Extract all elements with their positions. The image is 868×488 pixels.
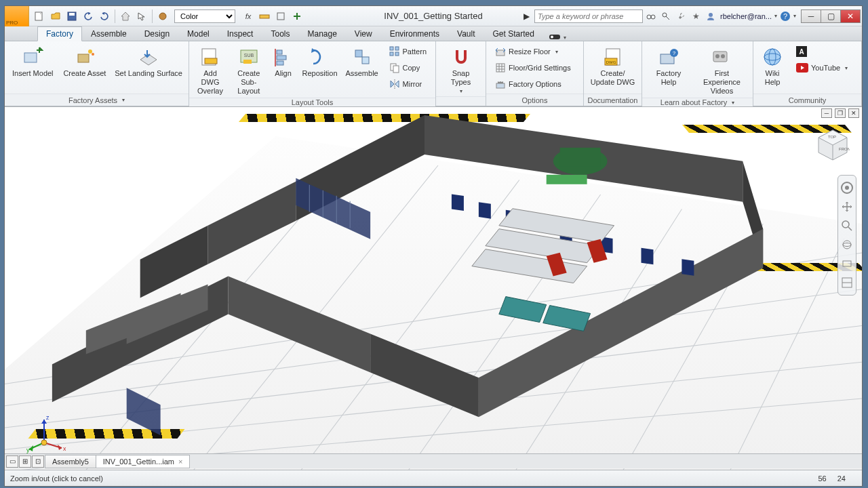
lookat-icon[interactable] <box>840 257 854 270</box>
factory-options-button[interactable]: Factory Options <box>490 77 579 92</box>
search-go-icon[interactable]: ▶ <box>519 9 533 23</box>
doc-tab-inv001[interactable]: INV_001_Gettin...iam× <box>96 455 191 468</box>
tab-tools[interactable]: Tools <box>262 26 298 41</box>
svg-point-13 <box>551 36 553 39</box>
autodesk-link-button[interactable]: A <box>791 44 852 59</box>
appearance-select[interactable]: Color <box>174 9 235 23</box>
first-experience-button[interactable]: First Experience Videos <box>695 44 749 98</box>
key-icon[interactable] <box>659 9 673 23</box>
resize-floor-button[interactable]: Resize Floor <box>490 44 579 59</box>
material-icon[interactable] <box>155 9 170 24</box>
close-button[interactable]: ✕ <box>840 9 861 23</box>
zoom-icon[interactable] <box>840 219 854 232</box>
add-dwg-overlay-button[interactable]: Add DWG Overlay <box>193 44 227 98</box>
close-tab-icon[interactable]: × <box>178 458 182 466</box>
dwg-overlay-icon <box>199 46 221 68</box>
floor-grid-settings-button[interactable]: Floor/Grid Settings <box>490 60 579 75</box>
browser-toggle-icon[interactable]: ▭ <box>6 455 18 468</box>
search-input[interactable] <box>534 9 643 23</box>
svg-rect-28 <box>362 57 369 64</box>
svg-rect-14 <box>24 53 37 62</box>
align-button[interactable]: Align <box>271 44 296 80</box>
panel-title-documentation: Documentation <box>584 94 642 106</box>
user-label[interactable]: rbelcher@ran... <box>719 12 773 20</box>
fx-icon[interactable]: fx <box>241 9 256 23</box>
panel-title-factory-assets[interactable]: Factory Assets <box>5 94 189 106</box>
home-icon[interactable] <box>118 9 133 24</box>
create-update-dwg-button[interactable]: DWG Create/ Update DWG <box>588 44 637 89</box>
redo-icon[interactable] <box>97 9 112 24</box>
tab-inspect[interactable]: Inspect <box>218 26 262 41</box>
wrench-icon[interactable] <box>674 9 688 23</box>
undo-icon[interactable] <box>81 9 96 24</box>
panel-title-learn[interactable]: Learn about Factory <box>642 98 753 106</box>
snap-types-button[interactable]: Snap Types ▾ <box>440 44 481 96</box>
tab-addins-icon[interactable] <box>547 33 562 41</box>
copy-button[interactable]: Copy <box>384 60 431 75</box>
set-landing-surface-button[interactable]: Set Landing Surface <box>113 44 184 80</box>
maximize-button[interactable]: ▢ <box>821 9 841 23</box>
svg-rect-31 <box>390 52 393 56</box>
panel-learn: ? Factory Help First Experience Videos L… <box>642 41 753 106</box>
tab-assemble[interactable]: Assemble <box>82 26 136 41</box>
star-icon[interactable]: ★ <box>689 9 703 23</box>
tab-manage[interactable]: Manage <box>298 26 345 41</box>
svg-rect-80 <box>479 202 491 218</box>
pattern-button[interactable]: Pattern <box>384 44 431 59</box>
svg-point-119 <box>843 241 851 249</box>
orbit-icon[interactable] <box>840 238 854 251</box>
constraint-icon[interactable] <box>273 9 288 23</box>
user-icon[interactable] <box>704 9 717 23</box>
tab-design[interactable]: Design <box>136 26 178 41</box>
tab-view[interactable]: View <box>346 26 381 41</box>
assemble-button[interactable]: Assemble <box>344 44 380 80</box>
viewport-restore-icon[interactable]: ❐ <box>835 108 846 118</box>
open-icon[interactable] <box>48 9 63 24</box>
binoculars-icon[interactable] <box>644 9 658 23</box>
app-window: PRO Color fx INV_001_Getting Started ▶ <box>4 5 863 487</box>
mirror-button[interactable]: Mirror <box>384 77 431 92</box>
youtube-button[interactable]: YouTube <box>791 60 852 75</box>
tab-vault[interactable]: Vault <box>448 26 484 41</box>
fullnav-icon[interactable] <box>840 276 854 289</box>
viewport-3d[interactable]: ─ ❐ ✕ <box>5 106 862 486</box>
svg-point-3 <box>159 13 166 20</box>
viewport-minimize-icon[interactable]: ─ <box>821 108 832 118</box>
reposition-button[interactable]: Reposition <box>300 44 340 80</box>
svg-point-51 <box>721 54 725 58</box>
insert-model-button[interactable]: Insert Model <box>9 44 57 80</box>
svg-point-7 <box>651 15 655 19</box>
tab-environments[interactable]: Environments <box>381 26 448 41</box>
tab-model[interactable]: Model <box>178 26 218 41</box>
create-asset-button[interactable]: Create Asset <box>61 44 109 80</box>
measure-icon[interactable] <box>257 9 272 23</box>
help-icon[interactable]: ? <box>778 9 792 23</box>
plus-icon[interactable] <box>290 9 304 23</box>
grid-large-icon[interactable]: ⊡ <box>32 455 44 468</box>
tab-factory[interactable]: Factory <box>37 26 82 41</box>
wiki-help-button[interactable]: Wiki Help <box>757 44 787 89</box>
svg-rect-94 <box>547 175 587 184</box>
pan-icon[interactable] <box>840 200 854 214</box>
svg-rect-36 <box>496 50 505 56</box>
create-sublayout-button[interactable]: SUB Create Sub-Layout <box>231 44 267 98</box>
landing-surface-icon <box>138 46 159 68</box>
scene-3d <box>5 107 862 486</box>
svg-point-50 <box>715 54 719 58</box>
steering-wheel-icon[interactable] <box>840 181 854 195</box>
panel-community: Wiki Help A YouTube Community <box>753 41 862 106</box>
viewport-close-icon[interactable]: ✕ <box>848 108 859 118</box>
minimize-button[interactable]: ─ <box>801 9 821 23</box>
new-icon[interactable] <box>32 9 47 24</box>
svg-text:DWG: DWG <box>606 60 616 64</box>
svg-rect-4 <box>260 15 269 18</box>
app-menu-icon[interactable]: PRO <box>5 6 29 26</box>
reposition-icon <box>309 46 331 68</box>
save-icon[interactable] <box>64 9 79 24</box>
viewcube[interactable]: FRONTTOP <box>816 127 850 161</box>
grid-small-icon[interactable]: ⊞ <box>19 455 31 468</box>
doc-tab-assembly5[interactable]: Assembly5 <box>45 455 96 468</box>
factory-help-button[interactable]: ? Factory Help <box>646 44 691 89</box>
tab-get-started[interactable]: Get Started <box>484 26 542 41</box>
select-icon[interactable] <box>134 9 149 24</box>
